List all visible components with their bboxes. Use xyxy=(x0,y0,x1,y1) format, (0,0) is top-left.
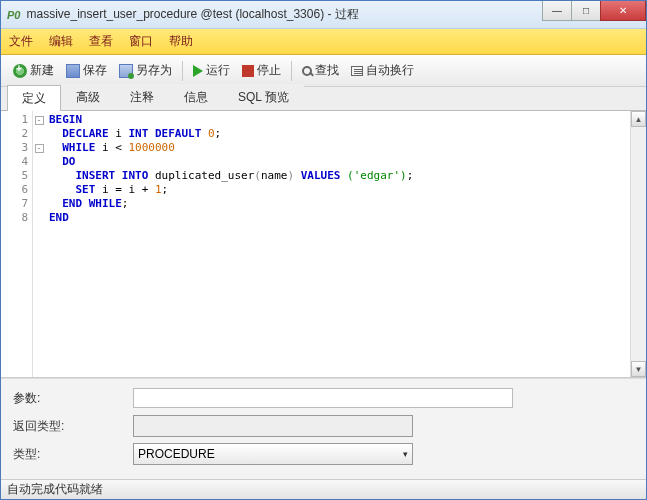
find-label: 查找 xyxy=(315,62,339,79)
fold-icon[interactable]: - xyxy=(35,144,44,153)
code-area[interactable]: BEGIN DECLARE i INT DEFAULT 0; WHILE i <… xyxy=(45,111,630,377)
params-input[interactable] xyxy=(133,388,513,408)
window: P0 massive_insert_user_procedure @test (… xyxy=(0,0,647,500)
tabs: 定义 高级 注释 信息 SQL 预览 xyxy=(1,87,646,111)
status-text: 自动完成代码就绪 xyxy=(7,481,103,498)
new-button[interactable]: 新建 xyxy=(7,59,60,82)
line-number: 6 xyxy=(1,183,32,197)
scroll-down-icon[interactable]: ▼ xyxy=(631,361,646,377)
type-value: PROCEDURE xyxy=(138,447,215,461)
wrap-label: 自动换行 xyxy=(366,62,414,79)
save-icon xyxy=(66,64,80,78)
saveas-button[interactable]: 另存为 xyxy=(113,59,178,82)
line-number: 4 xyxy=(1,155,32,169)
search-icon xyxy=(302,66,312,76)
toolbar: 新建 保存 另存为 运行 停止 查找 自动换行 xyxy=(1,55,646,87)
wrap-button[interactable]: 自动换行 xyxy=(345,59,420,82)
tab-comment[interactable]: 注释 xyxy=(115,84,169,110)
scrollbar-vertical[interactable]: ▲ ▼ xyxy=(630,111,646,377)
window-buttons: — □ ✕ xyxy=(543,1,646,28)
app-icon: P0 xyxy=(7,9,20,21)
maximize-button[interactable]: □ xyxy=(571,1,601,21)
line-number: 2 xyxy=(1,127,32,141)
find-button[interactable]: 查找 xyxy=(296,59,345,82)
tab-sql-preview[interactable]: SQL 预览 xyxy=(223,84,304,110)
saveas-label: 另存为 xyxy=(136,62,172,79)
type-label: 类型: xyxy=(13,446,133,463)
new-label: 新建 xyxy=(30,62,54,79)
fold-icon[interactable]: - xyxy=(35,116,44,125)
window-title: massive_insert_user_procedure @test (loc… xyxy=(26,6,543,23)
params-label: 参数: xyxy=(13,390,133,407)
menu-file[interactable]: 文件 xyxy=(9,33,33,50)
fold-column: - - xyxy=(33,111,45,377)
return-type-label: 返回类型: xyxy=(13,418,133,435)
statusbar: 自动完成代码就绪 xyxy=(1,479,646,499)
chevron-down-icon: ▾ xyxy=(403,449,408,459)
wrap-icon xyxy=(351,66,363,76)
line-number: 3 xyxy=(1,141,32,155)
run-button[interactable]: 运行 xyxy=(187,59,236,82)
stop-icon xyxy=(242,65,254,77)
return-type-combo[interactable] xyxy=(133,415,413,437)
menu-help[interactable]: 帮助 xyxy=(169,33,193,50)
menu-view[interactable]: 查看 xyxy=(89,33,113,50)
saveas-icon xyxy=(119,64,133,78)
type-combo[interactable]: PROCEDURE ▾ xyxy=(133,443,413,465)
close-button[interactable]: ✕ xyxy=(600,1,646,21)
menu-edit[interactable]: 编辑 xyxy=(49,33,73,50)
tab-definition[interactable]: 定义 xyxy=(7,85,61,111)
stop-button[interactable]: 停止 xyxy=(236,59,287,82)
new-icon xyxy=(13,64,27,78)
editor: 1 2 3 4 5 6 7 8 - - BEGIN DECLARE i INT … xyxy=(1,111,646,378)
bottom-form: 参数: 返回类型: 类型: PROCEDURE ▾ xyxy=(1,378,646,479)
save-label: 保存 xyxy=(83,62,107,79)
line-number: 1 xyxy=(1,113,32,127)
separator xyxy=(182,61,183,81)
scroll-up-icon[interactable]: ▲ xyxy=(631,111,646,127)
line-gutter: 1 2 3 4 5 6 7 8 xyxy=(1,111,33,377)
line-number: 8 xyxy=(1,211,32,225)
menu-window[interactable]: 窗口 xyxy=(129,33,153,50)
titlebar: P0 massive_insert_user_procedure @test (… xyxy=(1,1,646,29)
save-button[interactable]: 保存 xyxy=(60,59,113,82)
stop-label: 停止 xyxy=(257,62,281,79)
line-number: 7 xyxy=(1,197,32,211)
run-label: 运行 xyxy=(206,62,230,79)
tab-info[interactable]: 信息 xyxy=(169,84,223,110)
run-icon xyxy=(193,65,203,77)
minimize-button[interactable]: — xyxy=(542,1,572,21)
separator xyxy=(291,61,292,81)
line-number: 5 xyxy=(1,169,32,183)
tab-advanced[interactable]: 高级 xyxy=(61,84,115,110)
menubar: 文件 编辑 查看 窗口 帮助 xyxy=(1,29,646,55)
